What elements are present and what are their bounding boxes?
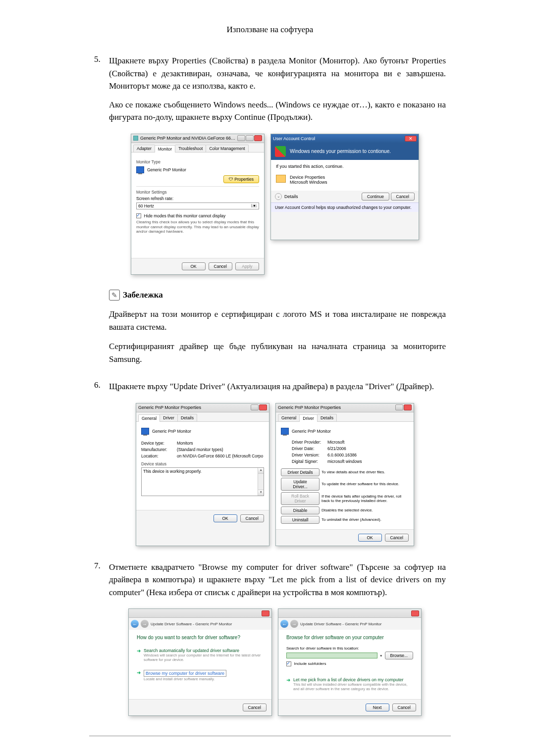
- continue-button[interactable]: Continue: [362, 193, 389, 201]
- back-button[interactable]: ←: [131, 620, 139, 628]
- properties-button[interactable]: 🛡 Properties: [223, 175, 259, 183]
- uac-item-title: Device Properties: [290, 175, 327, 180]
- ok-button[interactable]: OK: [214, 514, 237, 522]
- uac-dialog: User Account Control ✕ Windows needs you…: [270, 134, 419, 240]
- close-button[interactable]: [254, 135, 262, 141]
- arrow-icon: ➜: [286, 677, 290, 683]
- uac-titlebar: User Account Control ✕: [271, 134, 419, 143]
- tab-adapter[interactable]: Adapter: [133, 145, 155, 152]
- tab-details[interactable]: Details: [317, 414, 337, 421]
- option-search-automatically[interactable]: ➜ Search automatically for updated drive…: [137, 646, 264, 664]
- wizard-heading: How do you want to search for driver sof…: [137, 635, 264, 640]
- cancel-button[interactable]: Cancel: [385, 534, 409, 542]
- update-driver-wizard-browse: ← → Update Driver Software - Generic PnP…: [278, 608, 422, 716]
- device-name: Generic PnP Monitor: [147, 167, 186, 172]
- step-number: 5.: [94, 54, 109, 64]
- back-button[interactable]: ←: [280, 620, 288, 628]
- option-browse-computer[interactable]: ➜ Browse my computer for driver software…: [137, 668, 264, 683]
- uac-title-text: User Account Control: [273, 136, 315, 141]
- scroll-up-icon[interactable]: ▴: [258, 468, 264, 474]
- help-button[interactable]: [395, 404, 403, 410]
- close-button[interactable]: [404, 404, 412, 410]
- monitor-icon: [141, 428, 149, 435]
- forward-button: →: [141, 620, 149, 628]
- ok-button[interactable]: OK: [182, 262, 206, 270]
- update-driver-button[interactable]: Update Driver...: [281, 478, 320, 491]
- disable-button[interactable]: Disable: [281, 506, 320, 514]
- option-desc: This list will show installed driver sof…: [293, 682, 413, 691]
- minimize-button[interactable]: [237, 135, 245, 141]
- location-combobox[interactable]: [286, 653, 377, 658]
- tab-troubleshoot[interactable]: Troubleshoot: [175, 145, 206, 152]
- option-pick-from-list[interactable]: ➜ Let me pick from a list of device driv…: [286, 675, 413, 693]
- step-5: 5. Щракнете върху Properties (Свойства) …: [94, 54, 446, 365]
- tab-color-management[interactable]: Color Management: [206, 145, 248, 152]
- cancel-button[interactable]: Cancel: [392, 704, 416, 711]
- figure-row-3: ← → Update Driver Software - Generic PnP…: [104, 608, 446, 716]
- tab-general[interactable]: General: [138, 414, 160, 422]
- note-title: Забележка: [123, 290, 163, 300]
- next-button[interactable]: Next: [366, 704, 389, 711]
- monitor-icon: [136, 166, 144, 173]
- driver-details-desc: To view details about the driver files.: [321, 470, 409, 474]
- wizard-title: Update Driver Software - Generic PnP Mon…: [151, 622, 269, 626]
- tab-general[interactable]: General: [278, 414, 300, 421]
- tab-monitor[interactable]: Monitor: [155, 145, 175, 152]
- tab-strip: Adapter Monitor Troubleshoot Color Manag…: [131, 143, 264, 152]
- option-title: Search automatically for updated driver …: [144, 648, 264, 653]
- dialog-titlebar: Generic PnP Monitor and NVIDIA GeForce 6…: [131, 134, 264, 143]
- display-properties-dialog: Generic PnP Monitor and NVIDIA GeForce 6…: [131, 134, 265, 275]
- chevron-down-icon[interactable]: ⌄: [275, 193, 282, 200]
- maximize-button[interactable]: [246, 135, 254, 141]
- disable-desc: Disables the selected device.: [321, 508, 409, 512]
- close-button[interactable]: [411, 610, 419, 616]
- cancel-button[interactable]: Cancel: [391, 193, 415, 201]
- driver-provider-value: Microsoft: [327, 440, 409, 445]
- device-name: Generic PnP Monitor: [292, 429, 331, 434]
- option-desc: Windows will search your computer and th…: [144, 653, 264, 662]
- dialog-titlebar: Generic PnP Monitor Properties: [136, 403, 269, 412]
- scroll-down-icon[interactable]: ▾: [258, 490, 264, 496]
- uac-started-text: If you started this action, continue.: [276, 164, 414, 169]
- tab-driver[interactable]: Driver: [299, 414, 318, 422]
- dropdown-arrow-icon: ▼: [251, 204, 257, 207]
- cancel-button[interactable]: Cancel: [240, 514, 264, 522]
- details-expander[interactable]: Details: [284, 194, 298, 199]
- dropdown-arrow-icon[interactable]: ▼: [379, 654, 383, 657]
- apply-button[interactable]: Apply: [235, 262, 259, 270]
- roll-back-driver-button[interactable]: Roll Back Driver: [281, 492, 320, 505]
- hide-modes-checkbox[interactable]: [136, 213, 141, 218]
- device-type-value: Monitors: [177, 441, 264, 446]
- refresh-rate-select[interactable]: 60 Hertz ▼: [136, 202, 259, 209]
- tab-driver[interactable]: Driver: [160, 414, 178, 421]
- close-button[interactable]: ✕: [405, 136, 417, 142]
- scrollbar[interactable]: ▴ ▾: [258, 468, 264, 496]
- uac-heading-band: Windows needs your permission to contion…: [271, 143, 419, 160]
- cancel-button[interactable]: Cancel: [209, 262, 232, 270]
- uninstall-button[interactable]: Uninstall: [281, 516, 320, 524]
- step-7-text: Отметнете квадратчето "Browse my compute…: [109, 561, 446, 599]
- update-driver-wizard-search: ← → Update Driver Software - Generic PnP…: [128, 608, 272, 716]
- close-button[interactable]: [262, 610, 269, 616]
- refresh-rate-value: 60 Hertz: [138, 203, 154, 208]
- include-subfolders-checkbox[interactable]: [286, 661, 291, 666]
- driver-date-label: Driver Date:: [292, 446, 327, 451]
- tab-details[interactable]: Details: [177, 414, 197, 421]
- option-desc: Locate and install driver software manua…: [144, 677, 226, 681]
- browse-button[interactable]: Browse...: [385, 652, 413, 659]
- ok-button[interactable]: OK: [358, 534, 382, 542]
- driver-details-button[interactable]: Driver Details: [281, 468, 320, 476]
- wizard-title: Update Driver Software - Generic PnP Mon…: [300, 622, 419, 626]
- roll-back-driver-desc: If the device fails after updating the d…: [321, 494, 409, 503]
- device-status-label: Device status: [141, 461, 264, 466]
- step-6-text: Щракнете върху "Update Driver" (Актуализ…: [109, 380, 446, 393]
- monitor-properties-general-dialog: Generic PnP Monitor Properties General D…: [136, 403, 269, 546]
- cancel-button[interactable]: Cancel: [243, 704, 267, 711]
- device-status-text: This device is working properly.: [143, 469, 202, 474]
- close-button[interactable]: [259, 404, 267, 410]
- page-footer-line: [89, 736, 451, 736]
- driver-version-label: Driver Version:: [292, 453, 327, 457]
- figure-row-2: Generic PnP Monitor Properties General D…: [104, 403, 446, 546]
- help-button[interactable]: [251, 404, 259, 410]
- shield-icon: [275, 146, 286, 157]
